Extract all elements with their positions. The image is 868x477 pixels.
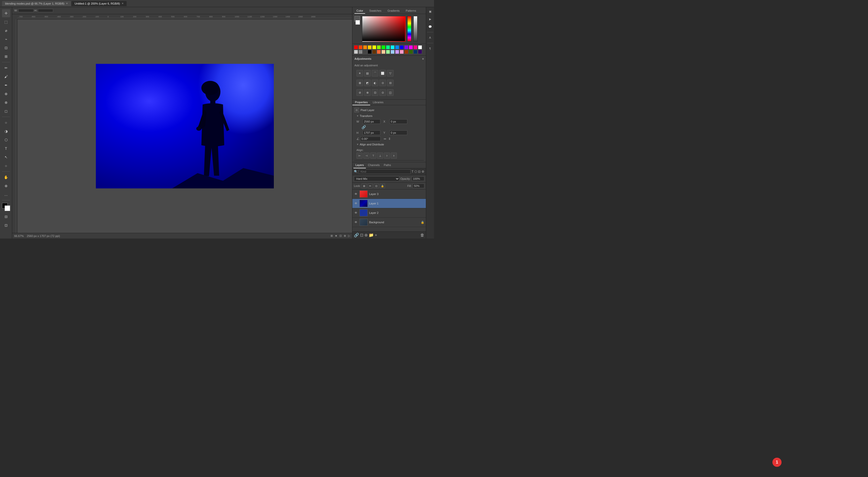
swatch-item[interactable] — [400, 50, 404, 54]
far-right-icon-1[interactable]: ▣ — [427, 8, 433, 15]
adj-hue[interactable]: ⊠ — [356, 80, 363, 86]
swatch-item[interactable] — [391, 45, 395, 49]
canvas-scroll[interactable] — [17, 19, 352, 233]
swatch-item[interactable] — [409, 50, 413, 54]
layer-row-2[interactable]: 👁 Layer 2 — [352, 208, 426, 218]
swatch-item[interactable] — [368, 50, 372, 54]
swatch-item[interactable] — [395, 50, 399, 54]
quick-select-tool[interactable]: ⌁ — [2, 35, 10, 43]
direct-select-tool[interactable]: ↖ — [2, 153, 10, 161]
add-adjustment-btn[interactable]: ⊕ — [364, 233, 368, 237]
swatch-item[interactable] — [368, 45, 372, 49]
eraser-tool[interactable]: ◻ — [2, 107, 10, 115]
tab-swatches[interactable]: Swatches — [367, 8, 383, 14]
filter-icon-4[interactable]: ⚙ — [422, 170, 424, 173]
swatch-item[interactable] — [359, 50, 363, 54]
healing-tool[interactable]: ⊗ — [2, 98, 10, 106]
swatch-item[interactable] — [372, 50, 376, 54]
adjustments-header[interactable]: Adjustments ≡ — [352, 56, 426, 62]
lasso-tool[interactable]: ⌀ — [2, 26, 10, 35]
swatch-item[interactable] — [418, 45, 422, 49]
layer-icon[interactable]: ⊟ — [2, 213, 10, 221]
hand-tool[interactable]: ✋ — [2, 173, 10, 181]
tab-untitled[interactable]: Untitled-1 @ 200% (Layer 6, RGB/8) ✕ — [71, 1, 127, 6]
lock-all-btn[interactable]: 🔒 — [380, 183, 385, 188]
dodge-tool[interactable]: ◑ — [2, 127, 10, 135]
flip-icon[interactable]: ⇔ — [384, 137, 386, 140]
swatch-item[interactable] — [363, 50, 367, 54]
adj-curves[interactable]: ⌒ — [372, 70, 378, 76]
link-layers-btn[interactable]: 🔗 — [354, 233, 359, 237]
align-top[interactable]: ⊥ — [377, 153, 383, 159]
swatch-item[interactable] — [363, 45, 367, 49]
h-field[interactable] — [363, 130, 380, 135]
swatch-item[interactable] — [377, 50, 381, 54]
swatch-item[interactable] — [400, 45, 404, 49]
color-gradient[interactable] — [362, 16, 405, 41]
clone-stamp-tool[interactable]: ⊕ — [2, 90, 10, 98]
background-visibility[interactable]: 👁 — [354, 220, 358, 224]
align-left[interactable]: ⊢ — [356, 153, 363, 159]
adj-brightness[interactable]: ☀ — [356, 70, 363, 76]
lock-artboard-btn[interactable]: ⊡ — [374, 183, 379, 188]
type-tool[interactable]: T — [2, 145, 10, 153]
layer-row-3[interactable]: 👁 Layer 3 — [352, 189, 426, 199]
align-bottom[interactable]: ⊧ — [391, 153, 397, 159]
blend-mode-select[interactable]: Hard Mix Normal Multiply Screen Overlay — [354, 176, 399, 181]
swatch-item[interactable] — [359, 45, 363, 49]
lock-position-btn[interactable]: ✏ — [368, 183, 373, 188]
frame-tool[interactable]: ⊞ — [2, 52, 10, 61]
link-icon[interactable]: 🔗 — [362, 125, 366, 129]
shape-tool[interactable]: ○ — [2, 162, 10, 170]
crop-tool[interactable]: ⊡ — [2, 44, 10, 52]
alpha-bar[interactable] — [413, 16, 417, 41]
status-icon-5[interactable]: ▷ — [348, 234, 350, 237]
layer-row-bg[interactable]: 👁 Background 🔒 — [352, 218, 426, 227]
adj-gradient[interactable]: ⊟ — [387, 80, 394, 86]
tab-gradients[interactable]: Gradients — [385, 8, 402, 14]
far-right-icon-4[interactable]: A — [427, 34, 433, 41]
zoom-tool[interactable]: ⊕ — [2, 182, 10, 190]
tab-blending-modes[interactable]: blending modes.psd @ 66.7% (Layer 1, RGB… — [2, 1, 71, 6]
status-icon-3[interactable]: ⊡ — [339, 234, 342, 237]
w-input[interactable] — [18, 9, 34, 12]
filter-icon-3[interactable]: ⊡ — [418, 170, 421, 173]
x-field[interactable] — [390, 119, 407, 124]
swatch-item[interactable] — [404, 45, 408, 49]
align-right[interactable]: ⊤ — [370, 153, 376, 159]
tab-color[interactable]: Color — [354, 8, 365, 14]
color-box[interactable] — [2, 203, 10, 211]
swatch-item[interactable] — [354, 50, 358, 54]
adjustments-expand[interactable]: ≡ — [422, 57, 424, 60]
tab-patterns[interactable]: Patterns — [404, 8, 418, 14]
swatch-item[interactable] — [413, 45, 417, 49]
add-mask-btn[interactable]: ⊡ — [360, 233, 363, 237]
hue-slider[interactable] — [407, 16, 411, 41]
pen-tool[interactable]: ✒ — [2, 81, 10, 89]
swatch-item[interactable] — [409, 45, 413, 49]
pen-path-tool[interactable]: ⬡ — [2, 136, 10, 144]
move-tool[interactable]: ✛ — [2, 9, 10, 17]
background-color[interactable] — [5, 205, 10, 211]
flip-v-icon[interactable]: ⇕ — [388, 137, 391, 140]
layer-3-visibility[interactable]: 👁 — [354, 192, 358, 196]
tab-libraries[interactable]: Libraries — [370, 100, 386, 105]
color-gradient-container[interactable] — [362, 16, 405, 41]
swatch-item[interactable] — [354, 45, 358, 49]
swatch-item[interactable] — [391, 50, 395, 54]
status-icon-4[interactable]: ⊕ — [344, 234, 346, 237]
adj-black-white[interactable]: ◐ — [372, 80, 378, 86]
lock-pixels-btn[interactable]: ⊞ — [362, 183, 367, 188]
more-tools[interactable]: … — [2, 190, 10, 198]
far-right-icon-3[interactable]: 💬 — [427, 23, 433, 30]
mask-icon[interactable]: ⊡ — [2, 221, 10, 229]
adj-exposure[interactable]: ⬜ — [379, 70, 386, 76]
status-icon-1[interactable]: ⊞ — [331, 234, 333, 237]
fill-input[interactable] — [413, 184, 424, 188]
opacity-input[interactable] — [412, 177, 424, 181]
swatch-item[interactable] — [377, 45, 381, 49]
filter-icon-2[interactable]: ⬡ — [414, 170, 417, 173]
tab-close-1[interactable]: ✕ — [66, 2, 68, 5]
adj-solid-color[interactable]: ⊙ — [379, 89, 386, 96]
filter-icon-1[interactable]: T — [412, 170, 413, 173]
